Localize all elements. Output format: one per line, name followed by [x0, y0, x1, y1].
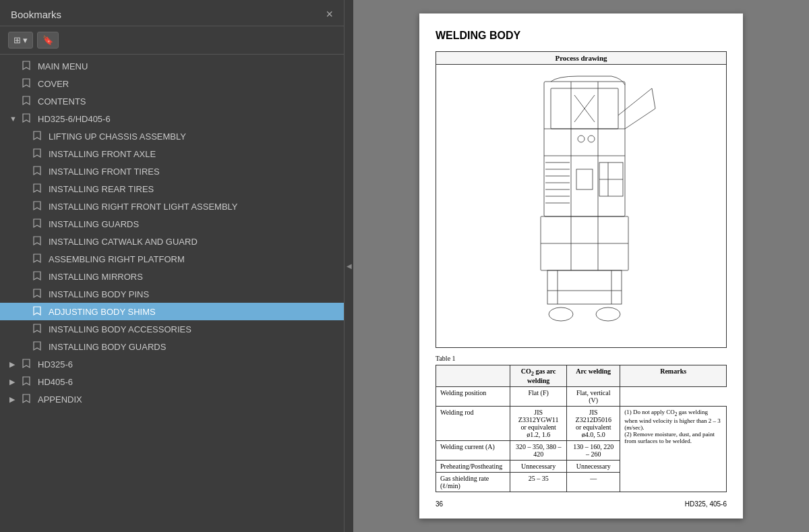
bookmark-label: HD405-6	[38, 377, 338, 387]
bookmark-item-body-shims[interactable]: ADJUSTING BODY SHIMS	[0, 303, 344, 320]
sidebar-header: Bookmarks ×	[0, 0, 344, 26]
table-cell-2-1: 320 – 350, 380 – 420	[510, 441, 567, 461]
bookmark-item-main-menu[interactable]: MAIN MENU	[0, 57, 344, 75]
table-label: Table 1	[436, 355, 727, 362]
bookmark-item-lifting[interactable]: LIFTING UP CHASSIS ASSEMBLY	[0, 127, 344, 145]
bookmark-label: INSTALLING GUARDS	[49, 219, 338, 229]
sidebar-title: Bookmarks	[11, 9, 61, 20]
table-cell-3-1: Unnecessary	[510, 461, 567, 473]
svg-point-31	[578, 136, 585, 142]
bookmark-label: COVER	[38, 79, 338, 89]
table-cell-3-2: Unnecessary	[567, 461, 620, 473]
svg-point-32	[588, 136, 595, 142]
document-title: WELDING BODY	[436, 30, 727, 42]
model-number: HD325, 405-6	[685, 500, 727, 508]
bookmark-label: APPENDIX	[38, 394, 338, 405]
bookmark-item-appendix[interactable]: ▶ APPENDIX	[0, 390, 344, 408]
bookmark-label: INSTALLING FRONT AXLE	[49, 149, 338, 159]
bookmark-ribbon-icon	[22, 78, 32, 89]
bookmark-item-right-platform[interactable]: ASSEMBLING RIGHT PLATFORM	[0, 250, 344, 268]
bookmark-label: LIFTING UP CHASSIS ASSEMBLY	[49, 131, 338, 142]
sidebar-toolbar: ⊞ ▾ 🔖	[0, 26, 344, 55]
expand-arrow-icon: ▶	[9, 395, 20, 404]
bookmark-ribbon-icon	[32, 289, 43, 299]
process-drawing-label: Process drawing	[436, 52, 727, 65]
col-header-1: CO2 gas arc welding	[510, 365, 567, 387]
page-number: 36	[436, 500, 443, 508]
document-footer: 36 HD325, 405-6	[436, 500, 727, 508]
bookmark-label: INSTALLING BODY ACCESSORIES	[49, 324, 338, 334]
bookmark-ribbon-icon	[32, 148, 43, 159]
bookmark-item-hd405-6[interactable]: ▶ HD405-6	[0, 373, 344, 390]
table-cell-1-1: JIS Z3312YGW11or equivalentø1.2, 1.6	[510, 407, 567, 441]
document-page: WELDING BODY Process drawing	[419, 13, 743, 519]
bookmark-item-contents[interactable]: CONTENTS	[0, 92, 344, 110]
bookmark-label: ASSEMBLING RIGHT PLATFORM	[49, 254, 338, 264]
table-cell-4-2: —	[567, 473, 620, 492]
bookmark-ribbon-icon	[22, 96, 32, 107]
svg-point-14	[549, 307, 573, 321]
col-header-3: Remarks	[620, 365, 727, 387]
bookmark-label: INSTALLING CATWALK AND GUARD	[49, 237, 338, 247]
bookmark-ribbon-icon	[22, 359, 32, 370]
table-cell-0-0: Welding position	[436, 387, 510, 407]
bookmark-item-body-guards[interactable]: INSTALLING BODY GUARDS	[0, 338, 344, 355]
bookmark-ribbon-icon	[32, 218, 43, 229]
bookmark-ribbon-icon	[32, 131, 43, 142]
table-cell-4-0: Gas shielding rate (ℓ/min)	[436, 473, 510, 492]
bookmark-ribbon-icon	[22, 376, 32, 387]
svg-point-15	[596, 307, 620, 321]
bookmark-ribbon-icon	[22, 61, 32, 71]
bookmark-item-rear-tires[interactable]: INSTALLING REAR TIRES	[0, 180, 344, 198]
bookmark-item-body-accessories[interactable]: INSTALLING BODY ACCESSORIES	[0, 320, 344, 338]
bookmark-ribbon-icon	[32, 271, 43, 282]
bookmark-label: HD325-6	[38, 359, 338, 370]
collapse-arrow-icon: ▼	[9, 115, 20, 123]
view-options-button[interactable]: ⊞ ▾	[8, 32, 33, 49]
bookmark-ribbon-icon	[32, 236, 43, 247]
svg-rect-12	[547, 270, 622, 304]
bookmark-item-body-pins[interactable]: INSTALLING BODY PINS	[0, 285, 344, 303]
bookmark-item-hd325-6[interactable]: ▶ HD325-6	[0, 355, 344, 373]
bookmark-item-front-axle[interactable]: INSTALLING FRONT AXLE	[0, 145, 344, 162]
main-content: WELDING BODY Process drawing	[353, 0, 809, 532]
bookmark-item-guards[interactable]: INSTALLING GUARDS	[0, 215, 344, 233]
bookmark-label: MAIN MENU	[38, 61, 338, 71]
bookmark-label: CONTENTS	[38, 96, 338, 107]
table-cell-0-1: Flat (F)	[510, 387, 567, 407]
bookmark-item-right-front-light[interactable]: INSTALLING RIGHT FRONT LIGHT ASSEMBLY	[0, 198, 344, 215]
expand-arrow-icon: ▶	[9, 360, 20, 369]
grid-icon: ⊞	[13, 35, 21, 45]
svg-line-17	[625, 109, 655, 129]
bookmark-ribbon-icon	[32, 166, 43, 177]
collapse-panel-button[interactable]	[344, 0, 353, 532]
process-drawing-header-table: Process drawing	[436, 51, 727, 65]
bookmark-item-mirrors[interactable]: INSTALLING MIRRORS	[0, 268, 344, 285]
dropdown-arrow-icon: ▾	[23, 35, 28, 45]
bookmark-ribbon-icon	[22, 113, 32, 124]
bookmark-item-front-tires[interactable]: INSTALLING FRONT TIRES	[0, 162, 344, 180]
table-cell-0-2: Flat, vertical (V)	[567, 387, 620, 407]
bookmark-label: INSTALLING MIRRORS	[49, 272, 338, 282]
diagram-container	[436, 65, 727, 348]
bookmark-ribbon-icon	[22, 394, 32, 405]
bookmark-ribbon-icon	[32, 254, 43, 264]
bookmark-list: MAIN MENU COVER CONTENTS▼ HD325-6/HD405-…	[0, 55, 344, 532]
svg-line-16	[618, 88, 652, 115]
bookmark-item-catwalk[interactable]: INSTALLING CATWALK AND GUARD	[0, 233, 344, 250]
expand-arrow-icon: ▶	[9, 378, 20, 386]
bookmark-label: ADJUSTING BODY SHIMS	[49, 307, 338, 317]
bookmark-item-hd325-group[interactable]: ▼ HD325-6/HD405-6	[0, 110, 344, 127]
sidebar: Bookmarks × ⊞ ▾ 🔖 MAIN MENU COVER CONTEN…	[0, 0, 344, 532]
bookmark-icon-button[interactable]: 🔖	[37, 32, 59, 49]
table-cell-2-2: 130 – 160, 220 – 260	[567, 441, 620, 461]
bookmark-icon: 🔖	[42, 35, 53, 45]
bookmark-label: HD325-6/HD405-6	[38, 114, 338, 124]
bookmark-ribbon-icon	[32, 183, 43, 194]
svg-line-18	[652, 88, 655, 109]
table-cell-3-0: Preheating/Postheating	[436, 461, 510, 473]
bookmark-label: INSTALLING BODY PINS	[49, 289, 338, 299]
table-cell-4-1: 25 – 35	[510, 473, 567, 492]
bookmark-item-cover[interactable]: COVER	[0, 75, 344, 92]
close-button[interactable]: ×	[326, 8, 333, 20]
